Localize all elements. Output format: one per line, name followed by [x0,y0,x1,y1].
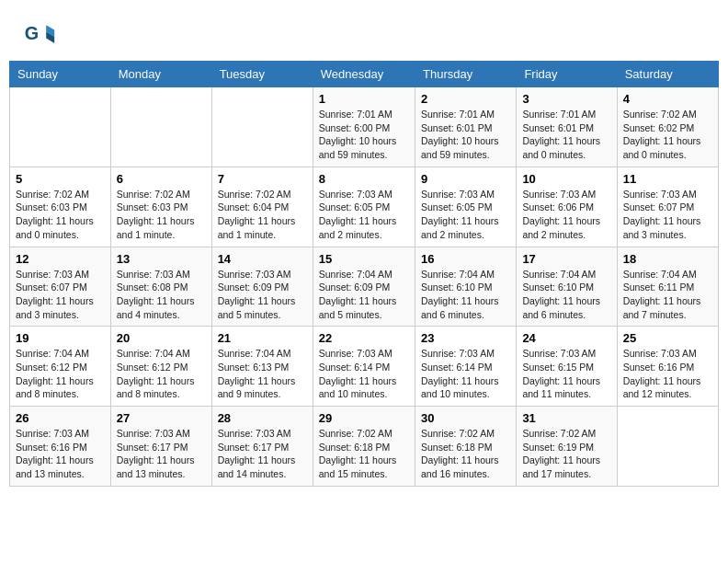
day-number: 29 [319,411,409,425]
day-number: 31 [522,411,610,425]
day-info: Sunrise: 7:02 AM Sunset: 6:02 PM Dayligh… [623,108,712,162]
day-info: Sunrise: 7:04 AM Sunset: 6:12 PM Dayligh… [16,347,105,401]
day-number: 28 [218,411,307,425]
day-number: 14 [218,252,307,266]
day-number: 7 [218,172,307,186]
day-info: Sunrise: 7:02 AM Sunset: 6:03 PM Dayligh… [117,188,206,242]
calendar-cell: 18Sunrise: 7:04 AM Sunset: 6:11 PM Dayli… [617,247,718,327]
day-info: Sunrise: 7:04 AM Sunset: 6:10 PM Dayligh… [522,268,610,322]
column-header-saturday: Saturday [617,62,718,87]
day-number: 24 [522,331,610,345]
calendar-cell: 12Sunrise: 7:03 AM Sunset: 6:07 PM Dayli… [10,247,111,327]
calendar-week-3: 12Sunrise: 7:03 AM Sunset: 6:07 PM Dayli… [10,247,719,327]
svg-text:G: G [25,23,39,43]
calendar-week-1: 1Sunrise: 7:01 AM Sunset: 6:00 PM Daylig… [10,87,719,167]
day-number: 30 [421,411,510,425]
day-number: 22 [319,331,409,345]
calendar-cell [211,87,313,167]
calendar-cell: 11Sunrise: 7:03 AM Sunset: 6:07 PM Dayli… [617,167,718,247]
calendar-cell: 20Sunrise: 7:04 AM Sunset: 6:12 PM Dayli… [110,327,211,407]
day-info: Sunrise: 7:04 AM Sunset: 6:11 PM Dayligh… [623,268,712,322]
day-number: 8 [319,172,409,186]
calendar-cell: 17Sunrise: 7:04 AM Sunset: 6:10 PM Dayli… [517,247,617,327]
calendar-cell: 30Sunrise: 7:02 AM Sunset: 6:18 PM Dayli… [415,407,516,487]
day-info: Sunrise: 7:03 AM Sunset: 6:15 PM Dayligh… [522,347,610,401]
column-header-monday: Monday [110,62,211,87]
calendar-cell: 25Sunrise: 7:03 AM Sunset: 6:16 PM Dayli… [617,327,718,407]
day-number: 26 [16,411,105,425]
calendar-cell: 6Sunrise: 7:02 AM Sunset: 6:03 PM Daylig… [110,167,211,247]
day-info: Sunrise: 7:03 AM Sunset: 6:06 PM Dayligh… [522,188,610,242]
calendar-cell: 19Sunrise: 7:04 AM Sunset: 6:12 PM Dayli… [10,327,111,407]
day-info: Sunrise: 7:04 AM Sunset: 6:13 PM Dayligh… [218,347,307,401]
calendar-cell: 16Sunrise: 7:04 AM Sunset: 6:10 PM Dayli… [415,247,516,327]
calendar-cell: 21Sunrise: 7:04 AM Sunset: 6:13 PM Dayli… [211,327,313,407]
day-number: 2 [421,92,510,106]
calendar-cell: 28Sunrise: 7:03 AM Sunset: 6:17 PM Dayli… [211,407,313,487]
day-info: Sunrise: 7:03 AM Sunset: 6:05 PM Dayligh… [319,188,409,242]
day-info: Sunrise: 7:03 AM Sunset: 6:05 PM Dayligh… [421,188,510,242]
calendar-cell: 31Sunrise: 7:02 AM Sunset: 6:19 PM Dayli… [517,407,617,487]
day-number: 17 [522,252,610,266]
day-info: Sunrise: 7:02 AM Sunset: 6:18 PM Dayligh… [319,427,409,481]
logo-icon: G [23,18,56,52]
day-info: Sunrise: 7:03 AM Sunset: 6:17 PM Dayligh… [218,427,307,481]
column-header-tuesday: Tuesday [211,62,313,87]
calendar-cell: 9Sunrise: 7:03 AM Sunset: 6:05 PM Daylig… [415,167,516,247]
day-number: 5 [16,172,105,186]
day-info: Sunrise: 7:03 AM Sunset: 6:07 PM Dayligh… [623,188,712,242]
day-info: Sunrise: 7:02 AM Sunset: 6:03 PM Dayligh… [16,188,105,242]
day-info: Sunrise: 7:04 AM Sunset: 6:09 PM Dayligh… [319,268,409,322]
calendar-table: SundayMondayTuesdayWednesdayThursdayFrid… [9,61,719,487]
calendar-cell: 4Sunrise: 7:02 AM Sunset: 6:02 PM Daylig… [617,87,718,167]
day-number: 23 [421,331,510,345]
day-number: 1 [319,92,409,106]
column-header-thursday: Thursday [415,62,516,87]
logo: G [23,18,58,52]
day-info: Sunrise: 7:03 AM Sunset: 6:17 PM Dayligh… [117,427,206,481]
day-number: 12 [16,252,105,266]
calendar-cell: 2Sunrise: 7:01 AM Sunset: 6:01 PM Daylig… [415,87,516,167]
day-info: Sunrise: 7:03 AM Sunset: 6:16 PM Dayligh… [16,427,105,481]
day-number: 11 [623,172,712,186]
calendar-cell [10,87,111,167]
calendar-cell: 8Sunrise: 7:03 AM Sunset: 6:05 PM Daylig… [313,167,415,247]
calendar-cell: 13Sunrise: 7:03 AM Sunset: 6:08 PM Dayli… [110,247,211,327]
page-header: G [9,9,719,56]
calendar-cell: 1Sunrise: 7:01 AM Sunset: 6:00 PM Daylig… [313,87,415,167]
calendar-cell: 10Sunrise: 7:03 AM Sunset: 6:06 PM Dayli… [517,167,617,247]
day-number: 9 [421,172,510,186]
column-header-wednesday: Wednesday [313,62,415,87]
day-info: Sunrise: 7:01 AM Sunset: 6:01 PM Dayligh… [522,108,610,162]
calendar-cell: 3Sunrise: 7:01 AM Sunset: 6:01 PM Daylig… [517,87,617,167]
day-number: 13 [117,252,206,266]
day-info: Sunrise: 7:03 AM Sunset: 6:08 PM Dayligh… [117,268,206,322]
calendar-cell: 5Sunrise: 7:02 AM Sunset: 6:03 PM Daylig… [10,167,111,247]
day-number: 6 [117,172,206,186]
calendar-week-2: 5Sunrise: 7:02 AM Sunset: 6:03 PM Daylig… [10,167,719,247]
day-info: Sunrise: 7:03 AM Sunset: 6:14 PM Dayligh… [319,347,409,401]
calendar-week-5: 26Sunrise: 7:03 AM Sunset: 6:16 PM Dayli… [10,407,719,487]
day-info: Sunrise: 7:02 AM Sunset: 6:18 PM Dayligh… [421,427,510,481]
calendar-cell [617,407,718,487]
day-number: 3 [522,92,610,106]
calendar-cell: 29Sunrise: 7:02 AM Sunset: 6:18 PM Dayli… [313,407,415,487]
calendar-cell: 14Sunrise: 7:03 AM Sunset: 6:09 PM Dayli… [211,247,313,327]
calendar-week-4: 19Sunrise: 7:04 AM Sunset: 6:12 PM Dayli… [10,327,719,407]
day-info: Sunrise: 7:02 AM Sunset: 6:19 PM Dayligh… [522,427,610,481]
calendar-cell [110,87,211,167]
day-info: Sunrise: 7:03 AM Sunset: 6:09 PM Dayligh… [218,268,307,322]
day-number: 18 [623,252,712,266]
day-info: Sunrise: 7:04 AM Sunset: 6:10 PM Dayligh… [421,268,510,322]
day-number: 25 [623,331,712,345]
day-number: 20 [117,331,206,345]
calendar-cell: 24Sunrise: 7:03 AM Sunset: 6:15 PM Dayli… [517,327,617,407]
day-number: 16 [421,252,510,266]
day-info: Sunrise: 7:04 AM Sunset: 6:12 PM Dayligh… [117,347,206,401]
day-number: 10 [522,172,610,186]
day-info: Sunrise: 7:01 AM Sunset: 6:00 PM Dayligh… [319,108,409,162]
day-info: Sunrise: 7:03 AM Sunset: 6:14 PM Dayligh… [421,347,510,401]
calendar-header-row: SundayMondayTuesdayWednesdayThursdayFrid… [10,62,719,87]
day-info: Sunrise: 7:03 AM Sunset: 6:16 PM Dayligh… [623,347,712,401]
calendar-cell: 23Sunrise: 7:03 AM Sunset: 6:14 PM Dayli… [415,327,516,407]
